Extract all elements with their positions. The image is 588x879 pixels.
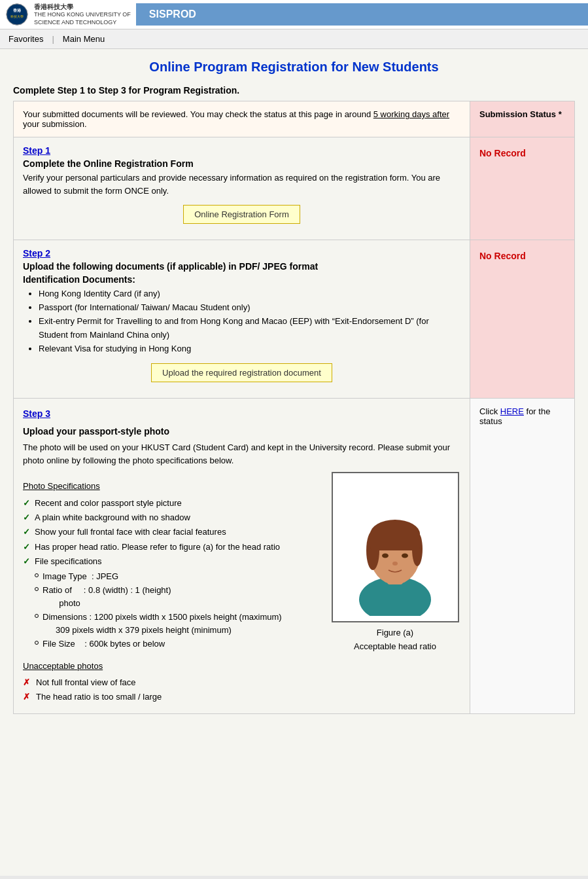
- sisprod-label: SISPROD: [136, 3, 588, 26]
- spec-text-4: Has proper head ratio. Please refer to f…: [35, 541, 280, 553]
- sub-spec-item-1: Ratio of : 0.8 (width) : 1 (height) phot…: [35, 584, 317, 609]
- step3-inner: Photo Specifications ✓ Recent and color …: [23, 472, 460, 706]
- svg-rect-11: [370, 531, 420, 550]
- dim-indent: 309 pixels width x 379 pixels height (mi…: [56, 624, 282, 637]
- svg-text:香港: 香港: [13, 9, 22, 13]
- step3-link[interactable]: Step 3: [23, 406, 460, 421]
- unacceptable-section: Unacceptable photos ✗ Not full frontal v…: [23, 660, 317, 704]
- step2-status-cell: No Record: [470, 240, 575, 399]
- unacceptable-text-1: The head ratio is too small / large: [36, 691, 162, 704]
- nav-separator: |: [52, 34, 54, 44]
- university-chinese: 香港科技大學: [34, 3, 131, 11]
- photo-specs-title: Photo Specifications: [23, 480, 317, 493]
- step2-row: Step 2 Upload the following documents (i…: [14, 240, 575, 399]
- svg-text:科技大學: 科技大學: [10, 14, 24, 18]
- check-icon-4: ✓: [23, 541, 32, 553]
- spec-text-2: A plain white background with no shadow: [35, 512, 190, 524]
- step3-status-prefix: Click: [479, 406, 500, 416]
- check-icon-2: ✓: [23, 512, 32, 524]
- cross-icon-0: ✗: [23, 676, 32, 690]
- step1-row: Step 1 Complete the Online Registration …: [14, 137, 575, 240]
- step2-link[interactable]: Step 2: [23, 248, 460, 259]
- doc-list: Hong Kong Identity Card (if any) Passpor…: [39, 287, 460, 355]
- info-text-cell: Your submitted documents will be reviewe…: [14, 101, 470, 137]
- upload-docs-button[interactable]: Upload the required registration documen…: [151, 363, 332, 382]
- sub-spec-item-0: Image Type : JPEG: [35, 570, 317, 583]
- step3-here-link[interactable]: HERE: [500, 406, 524, 416]
- spec-text-5: File specifications: [35, 556, 102, 567]
- step3-row: Step 3 Upload your passport-style photo …: [14, 399, 575, 714]
- list-item: Exit-entry Permit for Travelling to and …: [39, 315, 460, 342]
- steps-table: Your submitted documents will be reviewe…: [13, 101, 575, 714]
- passport-photo-svg: [343, 478, 447, 616]
- sub-spec-item-3: File Size : 600k bytes or below: [35, 637, 317, 651]
- bullet-icon-1: [35, 587, 39, 591]
- step1-status-cell: No Record: [470, 137, 575, 240]
- bullet-icon-3: [35, 641, 39, 645]
- step1-status: No Record: [479, 148, 565, 158]
- sub-spec-list: Image Type : JPEG Ratio of : 0.8 (width)…: [35, 570, 317, 651]
- step3-content: Step 3 Upload your passport-style photo …: [23, 406, 460, 706]
- main-menu-nav[interactable]: Main Menu: [60, 32, 108, 46]
- info-text: Your submitted documents will be reviewe…: [23, 109, 449, 129]
- submission-status-header-cell: Submission Status *: [470, 101, 575, 137]
- check-icon-5: ✓: [23, 556, 32, 567]
- spec-item-1: ✓ Recent and color passport style pictur…: [23, 497, 317, 509]
- hkust-logo-icon: 香港 科技大學: [5, 3, 29, 26]
- svg-point-12: [382, 554, 389, 558]
- sub-spec-text-3: File Size : 600k bytes or below: [43, 637, 165, 651]
- step3-desc: The photo will be used on your HKUST Car…: [23, 441, 460, 467]
- specs-left: Photo Specifications ✓ Recent and color …: [23, 472, 317, 706]
- step3-content-cell: Step 3 Upload your passport-style photo …: [14, 399, 470, 714]
- bullet-icon-0: [35, 573, 39, 577]
- sub-spec-text-2: Dimensions : 1200 pixels width x 1500 pi…: [43, 611, 282, 636]
- svg-point-13: [402, 554, 408, 558]
- instruction-text: Complete Step 1 to Step 3 for Program Re…: [13, 85, 575, 96]
- cross-icon-1: ✗: [23, 691, 32, 704]
- sub-spec-item-2: Dimensions : 1200 pixels width x 1500 pi…: [35, 611, 317, 636]
- figure-caption-line1: Figure (a): [330, 626, 460, 640]
- step2-title: Upload the following documents (if appli…: [23, 261, 460, 272]
- unacceptable-title: Unacceptable photos: [23, 660, 317, 673]
- submission-status-label: Submission Status *: [479, 109, 565, 119]
- online-registration-form-button[interactable]: Online Registration Form: [183, 205, 300, 224]
- unacceptable-text-0: Not full frontal view of face: [36, 676, 135, 690]
- spec-item-2: ✓ A plain white background with no shado…: [23, 512, 317, 524]
- main-content: Online Program Registration for New Stud…: [0, 49, 588, 876]
- step1-content-cell: Step 1 Complete the Online Registration …: [14, 137, 470, 240]
- list-item: Hong Kong Identity Card (if any): [39, 287, 460, 301]
- sub-spec-text-0: Image Type : JPEG: [43, 570, 118, 583]
- step1-link[interactable]: Step 1: [23, 145, 460, 156]
- university-line1: THE HONG KONG UNIVERSITY OF: [34, 11, 131, 19]
- spec-item-3: ✓ Show your full frontal face with clear…: [23, 526, 317, 538]
- nav-bar: Favorites | Main Menu: [0, 29, 588, 49]
- unacceptable-item-0: ✗ Not full frontal view of face: [23, 676, 317, 690]
- figure-caption-line2: Acceptable head ratio: [330, 640, 460, 654]
- sub-spec-text-1: Ratio of : 0.8 (width) : 1 (height) phot…: [43, 584, 171, 609]
- list-item: Passport (for International/ Taiwan/ Mac…: [39, 301, 460, 315]
- step1-title: Complete the Online Registration Form: [23, 158, 460, 169]
- step2-subtitle: Identification Documents:: [23, 274, 460, 285]
- bullet-icon-2: [35, 614, 39, 618]
- step2-content-cell: Step 2 Upload the following documents (i…: [14, 240, 470, 399]
- spec-text-1: Recent and color passport style picture: [35, 497, 182, 509]
- page-title: Online Program Registration for New Stud…: [13, 60, 575, 75]
- svg-point-14: [392, 562, 398, 565]
- favorites-nav[interactable]: Favorites: [5, 32, 46, 46]
- spec-item-4: ✓ Has proper head ratio. Please refer to…: [23, 541, 317, 553]
- unacceptable-item-1: ✗ The head ratio is too small / large: [23, 691, 317, 704]
- step1-desc: Verify your personal particulars and pro…: [23, 171, 460, 197]
- figure-right: Figure (a) Acceptable head ratio: [330, 472, 460, 654]
- spec-item-5: ✓ File specifications: [23, 556, 317, 567]
- figure-caption: Figure (a) Acceptable head ratio: [330, 626, 460, 654]
- step2-status: No Record: [479, 251, 565, 261]
- logo-text: 香港科技大學 THE HONG KONG UNIVERSITY OF SCIEN…: [34, 3, 131, 26]
- step3-title: Upload your passport-style photo: [23, 424, 460, 439]
- photo-specs-section: Photo Specifications ✓ Recent and color …: [23, 480, 317, 704]
- logo-area: 香港 科技大學 香港科技大學 THE HONG KONG UNIVERSITY …: [0, 0, 136, 29]
- spec-text-3: Show your full frontal face with clear f…: [35, 526, 226, 538]
- university-line2: SCIENCE AND TECHNOLOGY: [34, 19, 131, 27]
- list-item: Relevant Visa for studying in Hong Kong: [39, 342, 460, 356]
- check-icon-1: ✓: [23, 497, 32, 509]
- header: 香港 科技大學 香港科技大學 THE HONG KONG UNIVERSITY …: [0, 0, 588, 29]
